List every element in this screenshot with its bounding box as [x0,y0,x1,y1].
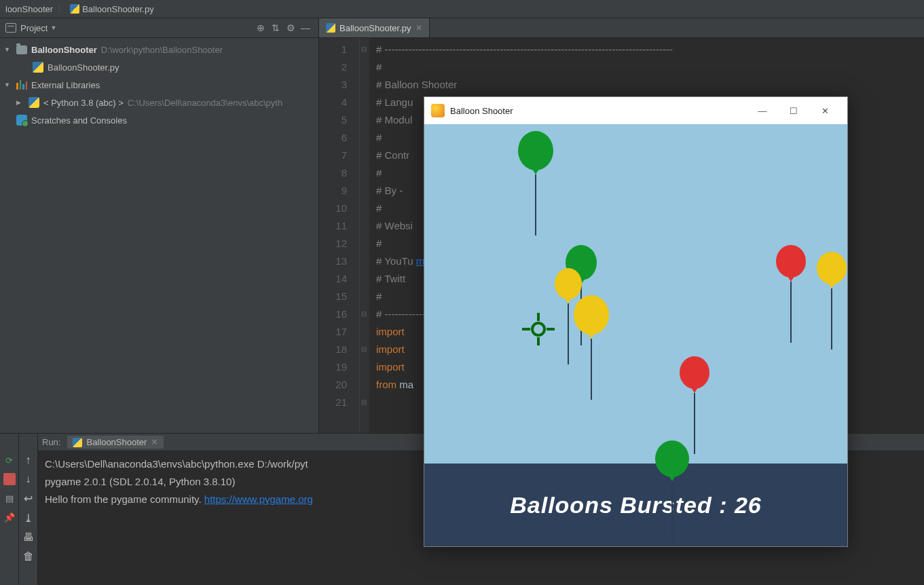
project-root-label: BalloonShooter [31,45,97,55]
python-env-label: < Python 3.8 (abc) > [43,98,124,108]
run-toolbar-left: ⟳ ▤ 📌 [0,434,19,585]
project-panel-title[interactable]: Project [20,23,48,33]
breadcrumb-separator: 〉 [57,3,66,15]
scratches-label: Scratches and Consoles [31,115,127,126]
project-root-path: D:\work\python\BalloonShooter [101,45,223,55]
fold-start-icon[interactable]: ⊟ [361,341,367,358]
editor-tab-label: BalloonShooter.py [339,23,411,33]
pygame-window: Balloon Shooter — ☐ ✕ Balloons Bursted :… [424,96,848,547]
tree-python-env[interactable]: ▶ < Python 3.8 (abc) > C:\Users\Dell\ana… [0,94,318,111]
fold-start-icon[interactable]: ⊟ [361,41,367,58]
scratches-icon [16,115,27,126]
run-tab-label: BalloonShooter [86,437,147,447]
breadcrumb: loonShooter 〉 BalloonShooter.py [0,0,924,18]
chevron-right-icon[interactable]: ▶ [16,99,24,106]
python-file-icon [326,23,335,33]
balloon-red[interactable] [776,245,806,343]
folder-icon [16,45,27,54]
run-toolbar-inner: ↑ ↓ ↩ ⤓ 🖶 🗑 [19,434,38,585]
python-file-icon [33,62,43,73]
down-icon[interactable]: ↓ [26,473,31,485]
pygame-titlebar[interactable]: Balloon Shooter — ☐ ✕ [424,97,847,124]
pygame-title: Balloon Shooter [450,106,513,116]
balloon-red[interactable] [680,356,709,454]
breadcrumb-item[interactable]: loonShooter [5,4,53,14]
balloon-green[interactable] [655,440,689,542]
chevron-down-icon[interactable]: ▼ [4,46,12,53]
pin-icon[interactable]: 📌 [3,511,16,523]
libraries-icon [16,80,27,90]
run-label: Run: [42,437,60,447]
scroll-end-icon[interactable]: ⤓ [24,512,33,525]
maximize-button[interactable]: ☐ [778,97,809,124]
chevron-down-icon[interactable]: ▼ [50,24,56,31]
project-tool-window: Project ▼ ⊕ ⇅ ⚙ — ▼ BalloonShooter D:\wo… [0,18,319,433]
rerun-icon[interactable]: ⟳ [3,454,16,466]
editor-tab[interactable]: BalloonShooter.py ✕ [319,18,430,37]
fold-start-icon[interactable]: ⊟ [361,394,367,411]
score-text: Balloons Bursted : 26 [510,492,762,518]
editor-tabs: BalloonShooter.py ✕ [319,18,924,38]
print-icon[interactable]: 🖶 [23,531,34,544]
game-canvas[interactable]: Balloons Bursted : 26 [424,124,847,546]
project-tree[interactable]: ▼ BalloonShooter D:\work\python\BalloonS… [0,38,318,433]
run-config-tab[interactable]: BalloonShooter ✕ [67,436,164,449]
python-icon [29,97,39,108]
tree-external-libs[interactable]: ▼ External Libraries [0,76,318,94]
minimize-button[interactable]: — [747,97,778,124]
locate-icon[interactable]: ⊕ [253,22,268,33]
layout-icon[interactable]: ▤ [3,492,16,504]
close-icon[interactable]: ✕ [415,23,422,33]
python-file-icon [70,4,79,14]
gear-icon[interactable]: ⚙ [283,22,298,33]
project-view-icon [5,23,16,33]
tree-scratches[interactable]: Scratches and Consoles [0,111,318,129]
project-panel-header: Project ▼ ⊕ ⇅ ⚙ — [0,18,318,38]
chevron-down-icon[interactable]: ▼ [4,81,12,88]
python-file-icon [73,438,82,447]
stop-icon[interactable] [3,473,16,485]
balloon-yellow[interactable] [574,295,609,400]
up-icon[interactable]: ↑ [26,454,31,466]
close-icon[interactable]: ✕ [151,437,158,447]
line-number-gutter: 123456789101112131415161718192021 [319,38,360,433]
tree-file[interactable]: BalloonShooter.py [0,58,318,76]
breadcrumb-item[interactable]: BalloonShooter.py [82,4,154,14]
hide-icon[interactable]: — [298,22,313,33]
expand-all-icon[interactable]: ⇅ [268,22,283,33]
tree-file-label: BalloonShooter.py [48,62,119,73]
clear-icon[interactable]: 🗑 [23,550,34,563]
fold-end-icon[interactable]: ⊟ [361,305,367,323]
crosshair[interactable] [523,314,553,344]
balloon-green[interactable] [518,131,553,235]
close-button[interactable]: ✕ [809,97,840,124]
soft-wrap-icon[interactable]: ↩ [24,492,33,505]
pygame-icon [431,104,445,117]
external-libs-label: External Libraries [31,80,100,90]
fold-column: ⊟ ⊟ ⊟ ⊟ [360,38,369,433]
tree-root[interactable]: ▼ BalloonShooter D:\work\python\BalloonS… [0,41,318,58]
balloon-yellow[interactable] [817,252,847,350]
score-panel: Balloons Bursted : 26 [424,464,847,546]
python-env-path: C:\Users\Dell\anaconda3\envs\abc\pyth [128,98,282,108]
